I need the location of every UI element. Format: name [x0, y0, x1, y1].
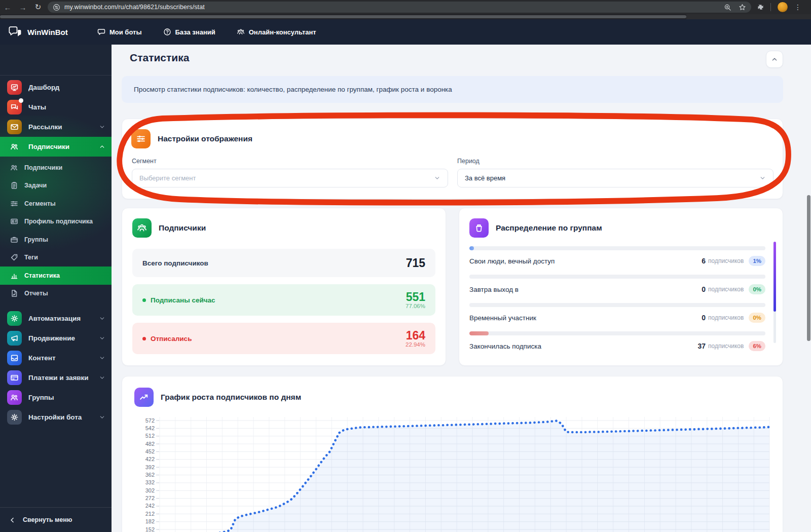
group-label: Временный участник: [469, 314, 702, 322]
sidebar: Дашборд Чаты Рассылки Подписчики Подписч…: [0, 45, 112, 532]
sidebar-item-Группы[interactable]: Группы: [0, 388, 112, 407]
collapse-menu-button[interactable]: Свернуть меню: [0, 507, 112, 532]
collapse-menu-label: Свернуть меню: [23, 516, 72, 523]
svg-text:152: 152: [145, 526, 155, 532]
group-percent-badge: 0%: [749, 284, 765, 294]
chevron-down-icon: [99, 315, 105, 322]
sidebar-subitem-Задачи[interactable]: Задачи: [0, 177, 112, 195]
svg-text:182: 182: [145, 518, 155, 524]
page-description-banner: Просмотр статистики подписчиков: количес…: [122, 76, 783, 103]
subscribed-now-row: Подписаны сейчас 551 77.06%: [132, 284, 435, 316]
sidebar-item-label: Подписчики: [28, 143, 92, 150]
horizontal-scrollbar-thumb[interactable]: [0, 15, 686, 18]
group-progress-track: [469, 275, 765, 279]
site-settings-icon[interactable]: [53, 4, 60, 11]
trend-up-icon: [134, 388, 154, 407]
sidebar-subitem-label: Группы: [24, 236, 48, 243]
address-bar[interactable]: my.winwinbot.com/ru/chat/98621/subscribe…: [48, 2, 751, 13]
sidebar-item-Рассылки[interactable]: Рассылки: [0, 117, 112, 137]
sidebar-item-Дашборд[interactable]: Дашборд: [0, 78, 112, 97]
collapse-stat-button[interactable]: [766, 51, 783, 68]
group-progress-track: [469, 246, 765, 250]
extensions-icon[interactable]: [756, 3, 764, 11]
group-percent-badge: 1%: [749, 256, 765, 266]
sidebar-subitem-label: Профиль подписчика: [24, 218, 93, 225]
tag-icon: [10, 253, 18, 261]
horizontal-scrollbar[interactable]: [0, 14, 811, 19]
sidebar-subitem-Группы[interactable]: Группы: [0, 231, 112, 249]
total-subscribers-value: 715: [406, 256, 425, 270]
sidebar-item-Контент[interactable]: Контент: [0, 348, 112, 368]
topnav-knowledge-base[interactable]: База знаний: [163, 28, 215, 36]
green-dot-icon: [142, 298, 146, 302]
sidebar-secondary-nav: Автоматизация Продвижение Контент Платеж…: [0, 302, 112, 429]
sidebar-item-Подписчики[interactable]: Подписчики: [0, 137, 112, 157]
group-unit: подписчиков: [708, 286, 744, 293]
brand-name: WinWinBot: [27, 28, 68, 36]
sidebar-item-Платежи и заявки[interactable]: Платежи и заявки: [0, 368, 112, 388]
page-title: Статистика: [130, 52, 189, 64]
sidebar-item-Настройки бота[interactable]: Настройки бота: [0, 407, 112, 427]
zoom-icon[interactable]: [724, 4, 731, 11]
idcard-icon: [10, 217, 18, 225]
group-count: 6: [702, 257, 706, 265]
group-progress-fill: [469, 246, 474, 250]
sidebar-subitem-Теги[interactable]: Теги: [0, 249, 112, 267]
card-icon: [7, 370, 22, 385]
group-row: Свои люди, вечный доступ 6 подписчиков 1…: [469, 246, 765, 266]
svg-text:332: 332: [145, 479, 155, 485]
browser-forward-button[interactable]: →: [15, 3, 30, 12]
sidebar-item-Чаты[interactable]: Чаты: [0, 97, 112, 117]
chevron-down-icon: [99, 124, 105, 130]
groups-rows: Свои люди, вечный доступ 6 подписчиков 1…: [469, 246, 765, 351]
period-select[interactable]: За всё время: [457, 169, 773, 187]
groups-card-title: Распределение по группам: [496, 223, 602, 233]
unsubscribed-percent: 22.94%: [406, 341, 425, 348]
bookmark-star-icon[interactable]: [739, 4, 746, 11]
sidebar-subitem-Сегменты[interactable]: Сегменты: [0, 195, 112, 213]
sidebar-subitem-Профиль подписчика[interactable]: Профиль подписчика: [0, 213, 112, 231]
group-label: Свои люди, вечный доступ: [469, 257, 702, 265]
topnav-online-consultant[interactable]: Онлайн-консультант: [237, 28, 316, 36]
browser-chrome: ← → ↻ my.winwinbot.com/ru/chat/98621/sub…: [0, 0, 811, 14]
sidebar-item-Автоматизация[interactable]: Автоматизация: [0, 309, 112, 328]
browser-reload-button[interactable]: ↻: [30, 3, 46, 12]
subscribed-now-label: Подписаны сейчас: [151, 296, 215, 304]
groups-scrollbar-thumb[interactable]: [773, 242, 776, 312]
sidebar-subitem-Статистика[interactable]: Статистика: [0, 267, 112, 285]
users-icon: [10, 164, 18, 172]
display-settings-card: Настройки отображения Сегмент Выберите с…: [122, 119, 783, 199]
svg-text:422: 422: [145, 456, 155, 462]
dashboard-icon: [7, 80, 22, 95]
unsubscribed-row: Отписались 164 22.94%: [132, 323, 435, 354]
chevron-down-icon: [99, 335, 105, 341]
people-icon: [237, 28, 245, 36]
brand[interactable]: WinWinBot: [0, 25, 76, 39]
profile-avatar[interactable]: [777, 2, 788, 13]
browser-back-button[interactable]: ←: [0, 3, 15, 12]
sidebar-subitem-label: Отчеты: [24, 290, 48, 297]
page-vertical-scrollbar[interactable]: [807, 195, 810, 341]
notification-dot: [19, 98, 23, 103]
subscriber-growth-chart: 5725425124824524223923623323022722422121…: [134, 416, 770, 532]
subscribers-icon: [132, 218, 152, 238]
subscribed-now-value: 551: [406, 291, 425, 303]
svg-text:452: 452: [145, 448, 155, 454]
sidebar-item-Продвижение[interactable]: Продвижение: [0, 328, 112, 348]
question-circle-icon: [163, 28, 171, 36]
sidebar-item-label: Продвижение: [28, 334, 92, 342]
app-topnav: WinWinBot Мои боты База знаний Онлайн-ко…: [0, 19, 811, 45]
sidebar-subitem-Подписчики[interactable]: Подписчики: [0, 159, 112, 177]
period-value: За всё время: [465, 174, 759, 182]
svg-text:302: 302: [145, 487, 155, 493]
group-percent-badge: 0%: [749, 313, 765, 323]
browser-menu-icon[interactable]: ⋮: [794, 3, 806, 11]
segment-select[interactable]: Выберите сегмент: [132, 169, 448, 187]
sidebar-item-label: Контент: [28, 354, 92, 362]
sidebar-subitem-Отчеты[interactable]: Отчеты: [0, 285, 112, 303]
sidebar-item-label: Группы: [28, 394, 105, 401]
topnav-my-bots[interactable]: Мои боты: [97, 28, 142, 36]
sidebar-item-label: Рассылки: [28, 123, 92, 131]
sidebar-item-label: Чаты: [28, 103, 105, 111]
total-subscribers-row: Всего подписчиков 715: [132, 249, 435, 277]
